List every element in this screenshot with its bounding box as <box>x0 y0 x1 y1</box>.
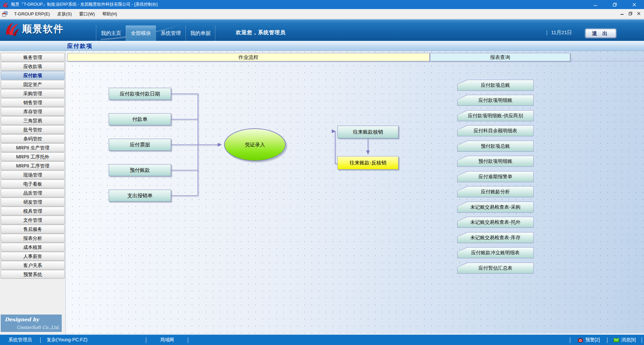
mdi-window-controls <box>620 11 641 16</box>
status-user: 系统管理员 <box>0 335 40 345</box>
sidebar-item-report-analysis[interactable]: 报表分析 <box>1 234 65 243</box>
message-envelope-icon <box>613 338 619 343</box>
flow-node-voucher-entry[interactable]: 凭证录入 <box>224 128 286 161</box>
status-network: 局域网 <box>146 335 188 345</box>
sidebar-item-barcode-control[interactable]: 条码管控 <box>1 134 65 143</box>
date-separator <box>547 30 547 36</box>
report-button-ap-general-ledger[interactable]: 应付款项总账 <box>457 80 534 91</box>
report-button-ap-account-balance[interactable]: 应付科目余额明细表 <box>457 125 534 136</box>
sidebar-item-hr-payroll[interactable]: 人事薪资 <box>1 252 65 261</box>
close-icon[interactable] <box>625 0 644 9</box>
report-button-ap-overdue-alert[interactable]: 应付逾期报警单 <box>457 171 534 182</box>
sidebar-item-costing[interactable]: 成本核算 <box>1 243 65 252</box>
mdi-minimize-icon[interactable] <box>620 11 624 16</box>
date-text: 11月21日 <box>551 29 572 36</box>
sidebar-item-mrp2-outsourcing[interactable]: MRPII 工序托外 <box>1 152 65 161</box>
tab-my-documents[interactable]: 我的单据 <box>185 25 215 41</box>
mdi-close-icon[interactable] <box>637 11 641 16</box>
credit-line1: Designed by <box>5 317 39 323</box>
menu-item-skin[interactable]: 皮肤(S) <box>54 9 75 19</box>
erp-window: 顺景『T-GROUP』制造业ERP系统 - 东莞顺景软件科技有限公司 - [系统… <box>0 0 644 345</box>
flow-box-reverse-verification[interactable]: 往来账款-反核销 <box>337 156 398 169</box>
status-machine: 复杂(Young-PC:FZ) <box>41 335 146 345</box>
title-bar: 顺景『T-GROUP』制造业ERP系统 - 东莞顺景软件科技有限公司 - [系统… <box>0 0 644 9</box>
brand: 顺景软件 <box>5 22 64 37</box>
mdi-restore-icon[interactable] <box>629 11 632 16</box>
tab-system-management[interactable]: 系统管理 <box>156 25 185 41</box>
minimize-icon[interactable] <box>586 0 605 9</box>
report-panel-header: 报表查询 <box>430 53 570 61</box>
brand-name: 顺景软件 <box>22 22 64 36</box>
sidebar-item-quality[interactable]: 品质管理 <box>1 189 65 197</box>
sidebar-item-mrp2-production[interactable]: MRPII 生产管理 <box>1 143 65 152</box>
mdi-child-icon <box>2 11 8 17</box>
workflow-panel-header: 作业流程 <box>67 53 430 61</box>
flow-box-prepayment[interactable]: 预付账款 <box>109 164 171 176</box>
flow-box-verification[interactable]: 往来账款核销 <box>337 126 398 138</box>
app-logo-icon <box>3 2 9 8</box>
messages-label: 消息[9] <box>621 337 636 343</box>
report-button-ap-detail-by-supplier[interactable]: 应付款项明细账-供应商别 <box>457 110 534 121</box>
flow-box-payment-date[interactable]: 应付款项付款日期 <box>109 88 171 100</box>
main-panel: 作业流程 报表查询 <box>66 51 644 333</box>
flow-box-payment-slip[interactable]: 付款单 <box>109 113 171 125</box>
report-button-unposted-check-inventory[interactable]: 未记账交易检查表-库存 <box>457 232 534 243</box>
menu-item-tgroup-erp[interactable]: T-GROUP ERP(E) <box>10 9 54 19</box>
tab-my-home[interactable]: 我的主页 <box>96 25 126 41</box>
flow-box-expense-claim[interactable]: 支出报销单 <box>109 190 171 202</box>
report-button-unposted-check-outsource[interactable]: 未记账交易检查表-托外 <box>457 217 534 228</box>
page-title-bar: 应付款项 <box>0 41 644 51</box>
tab-all-modules[interactable]: 全部模块 <box>126 25 156 41</box>
report-button-ap-estimate-summary[interactable]: 应付暂估汇总表 <box>457 263 534 274</box>
report-button-ap-aging-analysis[interactable]: 应付账龄分析 <box>457 186 534 197</box>
restore-icon[interactable] <box>605 0 625 9</box>
brand-logo-icon <box>5 22 19 37</box>
sidebar-item-payables[interactable]: 应付款项 <box>1 71 65 80</box>
sidebar-item-mold[interactable]: 模具管理 <box>1 207 65 215</box>
status-separator <box>188 337 188 343</box>
report-button-unposted-check-purchase[interactable]: 未记账交易检查表-采购 <box>457 202 534 213</box>
sidebar-item-documents[interactable]: 文件管理 <box>1 216 65 224</box>
sidebar-item-sales[interactable]: 销售管理 <box>1 98 65 107</box>
sidebar-item-lot-control[interactable]: 批号管控 <box>1 125 65 134</box>
welcome-text: 欢迎您，系统管理员 <box>236 29 286 36</box>
page-title: 应付款项 <box>67 42 93 50</box>
sidebar-item-fixed-assets[interactable]: 固定资产 <box>1 80 65 89</box>
sidebar-item-alert-system[interactable]: 预警系统 <box>1 270 65 279</box>
status-alerts[interactable]: 预警[2] <box>570 335 607 345</box>
sidebar-item-purchasing[interactable]: 采购管理 <box>1 89 65 98</box>
sidebar-item-inventory[interactable]: 库存管理 <box>1 107 65 116</box>
report-button-ap-offset-detail[interactable]: 应付账款冲立账明细表 <box>457 247 534 258</box>
window-controls <box>586 0 644 9</box>
report-button-prepaid-general-ledger[interactable]: 预付款项总账 <box>457 141 534 152</box>
sidebar-item-after-sales[interactable]: 售后服务 <box>1 225 65 233</box>
status-separator <box>642 337 642 343</box>
status-messages[interactable]: 消息[9] <box>607 335 642 345</box>
menu-bar: T-GROUP ERP(E) 皮肤(S) 窗口(W) 帮助(H) <box>0 9 644 19</box>
sidebar-item-mrp2-process[interactable]: MRPII 工序管理 <box>1 161 65 170</box>
report-button-ap-detail-ledger[interactable]: 应付款项明细账 <box>457 95 534 106</box>
body-area: 账务管理 应收款项 应付款项 固定资产 采购管理 销售管理 库存管理 三角贸易 … <box>0 51 644 335</box>
header-date: 11月21日 <box>547 29 572 36</box>
status-bar: 系统管理员 复杂(Young-PC:FZ) 局域网 预警[2] 消息[9] <box>0 335 644 345</box>
header-tabs: 我的主页 全部模块 系统管理 我的单据 <box>96 25 215 41</box>
app-header: 顺景软件 我的主页 全部模块 系统管理 我的单据 欢迎您，系统管理员 11月21… <box>0 19 644 41</box>
sidebar-item-accounting[interactable]: 账务管理 <box>1 53 65 62</box>
window-title: 顺景『T-GROUP』制造业ERP系统 - 东莞顺景软件科技有限公司 - [系统… <box>11 2 158 7</box>
report-button-prepaid-detail-ledger[interactable]: 预付款项明细账 <box>457 156 534 167</box>
sidebar-item-rnd[interactable]: 研发管理 <box>1 198 65 206</box>
alert-kit-icon <box>578 338 583 343</box>
sidebar-item-crm[interactable]: 客户关系 <box>1 261 65 270</box>
sidebar-item-receivables[interactable]: 应收款项 <box>1 62 65 71</box>
credit-line2: CenterSoft Co.,Ltd. <box>17 325 60 330</box>
menu-item-help[interactable]: 帮助(H) <box>99 9 121 19</box>
menu-item-window[interactable]: 窗口(W) <box>75 9 99 19</box>
sidebar-item-shopfloor[interactable]: 现场管理 <box>1 170 65 179</box>
flow-box-notes-payable[interactable]: 应付票据 <box>109 139 171 151</box>
designer-credit: Designed by CenterSoft Co.,Ltd. <box>1 315 62 332</box>
sidebar-item-e-kanban[interactable]: 电子看板 <box>1 180 65 188</box>
exit-button[interactable]: 退 出 <box>585 29 616 38</box>
sidebar-item-triangle-trade[interactable]: 三角贸易 <box>1 116 65 125</box>
module-sidebar: 账务管理 应收款项 应付款项 固定资产 采购管理 销售管理 库存管理 三角贸易 … <box>0 51 66 335</box>
alerts-label: 预警[2] <box>585 337 600 343</box>
